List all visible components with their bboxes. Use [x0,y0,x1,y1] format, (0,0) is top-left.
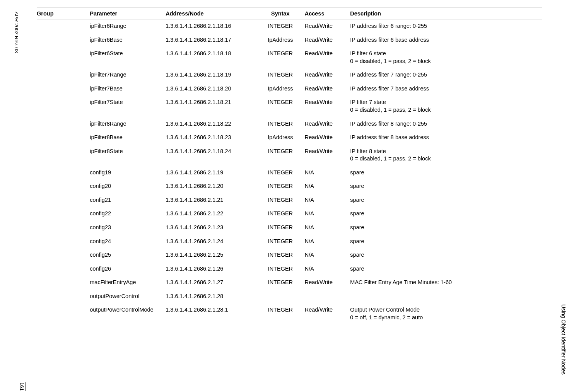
cell-parameter: config25 [90,248,166,262]
cell-syntax: INTEGER [259,303,305,325]
cell-group [37,82,90,96]
cell-group [37,145,90,166]
table-row: ipFilter8State1.3.6.1.4.1.2686.2.1.18.24… [37,145,542,166]
cell-parameter: macFilterEntryAge [90,276,166,290]
table-row: macFilterEntryAge1.3.6.1.4.1.2686.2.1.27… [37,276,542,290]
table-row: ipFilter6State1.3.6.1.4.1.2686.2.1.18.18… [37,47,542,68]
cell-description: IP address filter 6 base address [350,33,542,47]
table-row: config201.3.6.1.4.1.2686.2.1.20INTEGERN/… [37,179,542,193]
cell-parameter: ipFilter8Base [90,131,166,145]
cell-group [37,95,90,117]
cell-access: Read/Write [305,68,350,82]
table-row: ipFilter7Base1.3.6.1.4.1.2686.2.1.18.20I… [37,82,542,96]
cell-group [37,19,90,33]
header-parameter: Parameter [90,7,166,19]
cell-access: N/A [305,179,350,193]
cell-access: Read/Write [305,33,350,47]
header-description: Description [350,7,542,19]
cell-group [37,248,90,262]
cell-syntax: INTEGER [259,95,305,117]
header-address: Address/Node [166,7,259,19]
cell-access: Read/Write [305,95,350,117]
cell-description: IP address filter 8 range: 0-255 [350,117,542,131]
cell-access: Read/Write [305,145,350,166]
cell-group [37,33,90,47]
cell-access [305,290,350,303]
cell-syntax: INTEGER [259,207,305,221]
cell-description: IP address filter 7 base address [350,82,542,96]
cell-access: N/A [305,207,350,221]
cell-syntax: INTEGER [259,145,305,166]
cell-address: 1.3.6.1.4.1.2686.2.1.28 [166,290,259,303]
cell-address: 1.3.6.1.4.1.2686.2.1.20 [166,179,259,193]
table-row: outputPowerControl1.3.6.1.4.1.2686.2.1.2… [37,290,542,303]
cell-parameter: outputPowerControlMode [90,303,166,325]
footer-section-title: Using Object Identifier Nodes [560,304,567,375]
cell-syntax: INTEGER [259,193,305,207]
cell-description: spare [350,235,542,249]
cell-address: 1.3.6.1.4.1.2686.2.1.18.18 [166,47,259,68]
cell-access: Read/Write [305,47,350,68]
cell-description: MAC Filter Entry Age Time Minutes: 1-60 [350,276,542,290]
cell-address: 1.3.6.1.4.1.2686.2.1.18.21 [166,95,259,117]
cell-group [37,262,90,276]
table-row: config211.3.6.1.4.1.2686.2.1.21INTEGERN/… [37,193,542,207]
cell-access: Read/Write [305,303,350,325]
header-syntax: Syntax [259,7,305,19]
cell-group [37,235,90,249]
cell-parameter: config22 [90,207,166,221]
cell-parameter: ipFilter7State [90,95,166,117]
table-row: ipFilter7Range1.3.6.1.4.1.2686.2.1.18.19… [37,68,542,82]
cell-syntax: IpAddress [259,82,305,96]
cell-parameter: ipFilter6Range [90,19,166,33]
table-row: ipFilter7State1.3.6.1.4.1.2686.2.1.18.21… [37,95,542,117]
cell-group [37,131,90,145]
table-row: config261.3.6.1.4.1.2686.2.1.26INTEGERN/… [37,262,542,276]
cell-syntax: INTEGER [259,221,305,235]
header-group: Group [37,7,90,19]
cell-access: Read/Write [305,276,350,290]
cell-parameter: ipFilter8Range [90,117,166,131]
cell-description: spare [350,262,542,276]
cell-access: Read/Write [305,19,350,33]
cell-syntax: INTEGER [259,276,305,290]
cell-parameter: config20 [90,179,166,193]
cell-description: IP filter 6 state0 = disabled, 1 = pass,… [350,47,542,68]
cell-parameter: config26 [90,262,166,276]
table-row: ipFilter8Range1.3.6.1.4.1.2686.2.1.18.22… [37,117,542,131]
cell-parameter: ipFilter8State [90,145,166,166]
cell-address: 1.3.6.1.4.1.2686.2.1.25 [166,248,259,262]
cell-description: IP address filter 6 range: 0-255 [350,19,542,33]
cell-description: spare [350,179,542,193]
cell-description: IP filter 7 state0 = disabled, 1 = pass,… [350,95,542,117]
cell-syntax: INTEGER [259,248,305,262]
cell-address: 1.3.6.1.4.1.2686.2.1.18.23 [166,131,259,145]
cell-syntax: INTEGER [259,19,305,33]
table-row: config241.3.6.1.4.1.2686.2.1.24INTEGERN/… [37,235,542,249]
cell-parameter: config23 [90,221,166,235]
cell-address: 1.3.6.1.4.1.2686.2.1.18.19 [166,68,259,82]
cell-address: 1.3.6.1.4.1.2686.2.1.18.20 [166,82,259,96]
cell-description: spare [350,248,542,262]
cell-address: 1.3.6.1.4.1.2686.2.1.28.1 [166,303,259,325]
cell-description: IP filter 8 state0 = disabled, 1 = pass,… [350,145,542,166]
cell-description: IP address filter 8 base address [350,131,542,145]
cell-group [37,166,90,180]
cell-address: 1.3.6.1.4.1.2686.2.1.27 [166,276,259,290]
cell-address: 1.3.6.1.4.1.2686.2.1.18.24 [166,145,259,166]
cell-syntax: INTEGER [259,235,305,249]
cell-syntax: IpAddress [259,131,305,145]
page-number: 161 [19,382,26,391]
cell-parameter: ipFilter6Base [90,33,166,47]
cell-parameter: config24 [90,235,166,249]
cell-parameter: ipFilter6State [90,47,166,68]
cell-group [37,207,90,221]
cell-syntax: INTEGER [259,179,305,193]
cell-access: N/A [305,221,350,235]
cell-address: 1.3.6.1.4.1.2686.2.1.24 [166,235,259,249]
cell-description [350,290,542,303]
cell-syntax: INTEGER [259,117,305,131]
table-row: config231.3.6.1.4.1.2686.2.1.23INTEGERN/… [37,221,542,235]
cell-group [37,276,90,290]
cell-address: 1.3.6.1.4.1.2686.2.1.18.22 [166,117,259,131]
